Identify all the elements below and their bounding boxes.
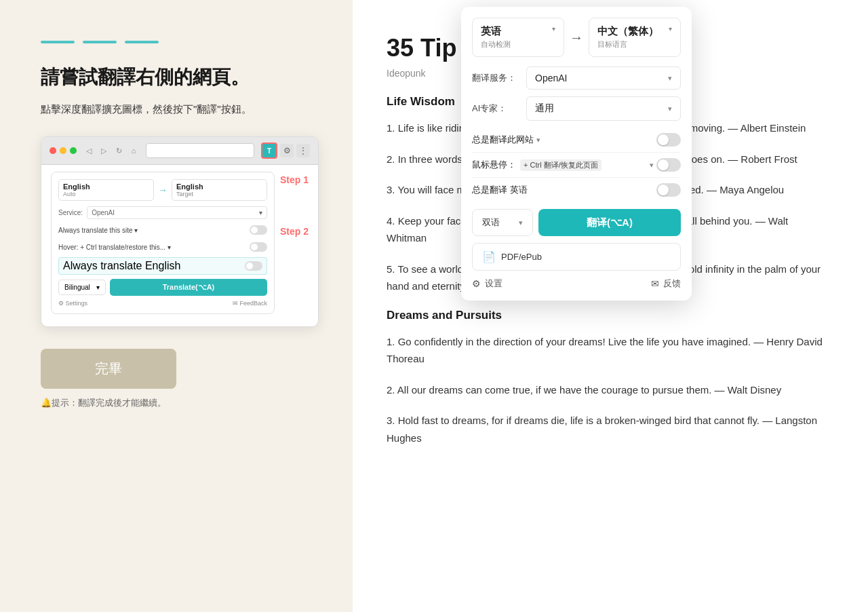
always-translate-site-toggle[interactable] <box>250 225 267 235</box>
from-lang-name: English <box>63 183 149 191</box>
browser-titlebar: ◁ ▷ ↻ ⌂ T ⚙ ⋮ <box>41 137 318 165</box>
always-translate-english-toggle[interactable] <box>245 261 262 271</box>
popup-service-value: OpenAI <box>535 73 567 83</box>
bilingual-select[interactable]: Bilingual ▾ <box>58 280 106 295</box>
hover-translate-toggle[interactable] <box>250 242 267 252</box>
popup-from-lang-name: 英语 <box>481 25 501 38</box>
step2-label: Step 2 <box>280 226 309 237</box>
dot-green[interactable] <box>70 147 77 154</box>
dot-red[interactable] <box>50 147 56 154</box>
always-translate-site-row: Always translate this site ▾ <box>58 223 267 237</box>
popup-always-translate-chevron-icon: ▾ <box>536 136 540 145</box>
browser-dots <box>50 147 77 154</box>
popup-service-select[interactable]: OpenAI ▾ <box>526 66 681 90</box>
pdf-icon: 📄 <box>482 250 496 263</box>
browser-widget-footer: ⚙ Settings ✉ FeedBack <box>58 300 267 307</box>
deco-line-1 <box>41 41 75 43</box>
popup-service-label: 翻译服务： <box>472 72 526 84</box>
decorative-lines <box>41 41 319 43</box>
to-lang-select[interactable]: English Target <box>172 179 267 201</box>
quote2-1: 1. Go confidently in the direction of yo… <box>387 333 827 368</box>
hover-translate-label: Hover: + Ctrl translate/restore this... … <box>58 244 171 251</box>
extension-translate-icon[interactable]: T <box>261 142 277 159</box>
popup-to-chevron-icon: ▾ <box>669 25 672 33</box>
popup-ai-expert-chevron-icon: ▾ <box>668 104 672 113</box>
popup-hover-chevron-icon: ▾ <box>650 161 654 170</box>
main-heading: 請嘗試翻譯右側的網頁。 <box>41 64 319 90</box>
refresh-btn[interactable]: ↻ <box>113 145 124 156</box>
popup-pdf-row[interactable]: 📄 PDF/ePub <box>472 243 681 271</box>
popup-footer: ⚙ 设置 ✉ 反馈 <box>472 278 681 290</box>
deco-line-2 <box>83 41 117 43</box>
browser-urlbar[interactable] <box>146 143 254 158</box>
popup-always-lang-label: 总是翻译 英语 <box>472 184 528 196</box>
popup-hover-options: ▾ <box>650 158 681 172</box>
popup-always-translate-site-row: 总是翻译此网站 ▾ <box>472 128 681 153</box>
forward-btn[interactable]: ▷ <box>98 145 109 156</box>
popup-ai-expert-select[interactable]: 通用 ▾ <box>526 96 681 121</box>
browser-nav: ◁ ▷ ↻ ⌂ <box>83 145 139 156</box>
popup-hover-label: 鼠标悬停： + Ctrl 翻译/恢复此页面 <box>472 159 601 171</box>
always-translate-english-label: Always translate English <box>63 260 180 272</box>
popup-to-lang-sub: 目标语言 <box>597 39 672 50</box>
popup-service-row: 翻译服务： OpenAI ▾ <box>472 66 681 90</box>
popup-pdf-label: PDF/ePub <box>501 252 542 262</box>
service-chevron-icon: ▾ <box>259 209 262 216</box>
popup-settings-label: 设置 <box>485 278 502 290</box>
quote2-2: 2. All our dreams can come true, if we h… <box>387 381 827 399</box>
back-btn[interactable]: ◁ <box>83 145 94 156</box>
popup-feedback-btn[interactable]: ✉ 反馈 <box>651 278 681 290</box>
sub-heading: 點擊深度翻譯擴充圖標，然後按下"翻譯"按鈕。 <box>41 101 319 117</box>
from-lang-select[interactable]: English Auto <box>58 179 154 201</box>
deco-line-3 <box>125 41 159 43</box>
popup-always-translate-site-toggle[interactable] <box>656 133 681 147</box>
service-value-text: OpenAI <box>92 209 115 216</box>
popup-lang-row: 英语 ▾ 自动检测 → 中文（繁体） ▾ 目标语言 <box>472 18 681 57</box>
browser-mockup: ◁ ▷ ↻ ⌂ T ⚙ ⋮ English Auto <box>41 136 319 327</box>
settings-icon: ⚙ <box>472 278 481 289</box>
settings-link[interactable]: ⚙ Settings <box>58 300 87 307</box>
bilingual-chevron-icon: ▾ <box>96 284 100 291</box>
popup-settings-btn[interactable]: ⚙ 设置 <box>472 278 502 290</box>
popup-action-row: 双语 ▾ 翻译(⌥A) <box>472 209 681 236</box>
feedback-link[interactable]: ✉ FeedBack <box>233 300 267 307</box>
popup-bilingual-label: 双语 <box>482 216 500 229</box>
popup-bilingual-btn[interactable]: 双语 ▾ <box>472 209 533 236</box>
browser-actions: T ⚙ ⋮ <box>261 142 310 159</box>
popup-translate-button[interactable]: 翻译(⌥A) <box>538 209 681 236</box>
always-translate-site-label: Always translate this site ▾ <box>58 227 138 234</box>
home-btn[interactable]: ⌂ <box>128 145 139 156</box>
popup-ai-expert-value: 通用 <box>535 102 554 115</box>
done-button[interactable]: 完畢 <box>41 349 176 389</box>
step1-label: Step 1 <box>280 174 309 185</box>
quote2-3: 3. Hold fast to dreams, for if dreams di… <box>387 412 827 446</box>
to-lang-name: English <box>176 183 262 191</box>
extension-btn-2[interactable]: ⚙ <box>280 144 294 157</box>
popup-from-chevron-icon: ▾ <box>552 25 555 33</box>
popup-from-lang-sub: 自动检测 <box>481 39 555 50</box>
hint-text: 🔔提示：翻譯完成後才能繼續。 <box>41 397 319 409</box>
service-value-select[interactable]: OpenAI ▾ <box>87 206 267 219</box>
popup-service-chevron-icon: ▾ <box>668 74 672 83</box>
popup-hover-row: 鼠标悬停： + Ctrl 翻译/恢复此页面 ▾ <box>472 153 681 178</box>
hover-key-label: + Ctrl 翻译/恢复此页面 <box>520 159 601 171</box>
popup-from-lang-btn[interactable]: 英语 ▾ 自动检测 <box>472 18 564 57</box>
translate-widget: English Auto → English Target Service: O… <box>51 172 275 314</box>
feedback-icon: ✉ <box>651 278 659 289</box>
from-lang-sub: Auto <box>63 191 149 197</box>
popup-always-lang-toggle[interactable] <box>656 183 681 197</box>
section2-heading: Dreams and Pursuits <box>387 309 827 322</box>
bilingual-label: Bilingual <box>64 284 90 291</box>
popup-hover-toggle[interactable] <box>656 158 681 172</box>
hover-translate-row: Hover: + Ctrl translate/restore this... … <box>58 240 267 254</box>
service-label: Service: <box>58 209 83 216</box>
popup-always-lang-row: 总是翻译 英语 <box>472 178 681 202</box>
popup-to-lang-name: 中文（繁体） <box>597 25 658 38</box>
popup-bilingual-chevron-icon: ▾ <box>519 218 523 227</box>
service-row: Service: OpenAI ▾ <box>58 206 267 219</box>
translate-button[interactable]: Translate(⌥A) <box>110 279 267 296</box>
dot-yellow[interactable] <box>60 147 66 154</box>
extension-btn-3[interactable]: ⋮ <box>296 144 310 157</box>
lang-row: English Auto → English Target <box>58 179 267 201</box>
popup-to-lang-btn[interactable]: 中文（繁体） ▾ 目标语言 <box>589 18 681 57</box>
